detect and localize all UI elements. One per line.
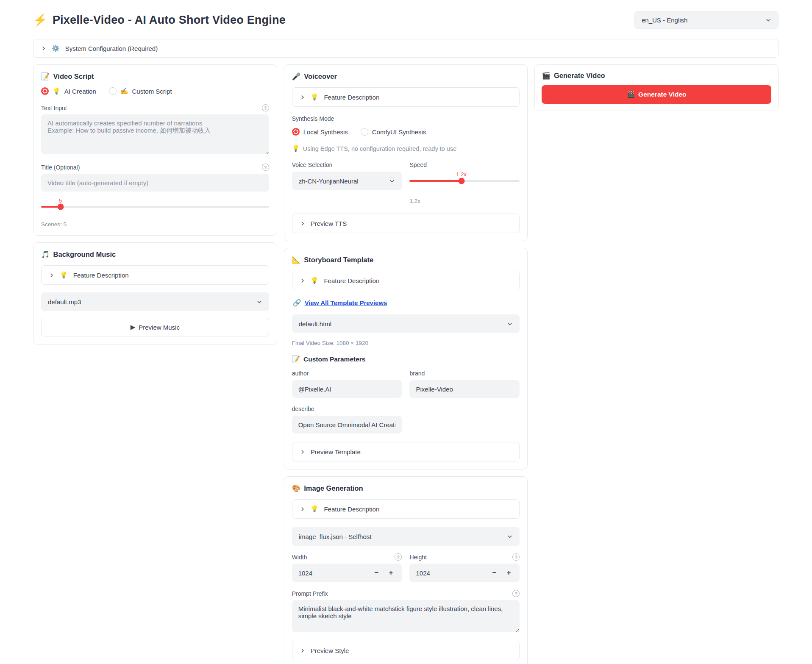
radio-custom-script-label: Custom Script bbox=[132, 88, 172, 95]
storyboard-feature-description-label: Feature Description bbox=[324, 277, 379, 284]
width-decrement-button[interactable]: − bbox=[372, 569, 381, 577]
author-input[interactable] bbox=[292, 380, 402, 398]
video-script-title-text: Video Script bbox=[53, 72, 94, 81]
height-stepper: 1024 − + bbox=[409, 564, 520, 582]
describe-label: describe bbox=[292, 406, 402, 412]
bulb-icon: 💡 bbox=[311, 277, 319, 284]
generate-video-title: 🎬 Generate Video bbox=[542, 72, 771, 80]
width-value[interactable]: 1024 bbox=[298, 570, 372, 577]
help-icon[interactable]: ? bbox=[395, 553, 402, 561]
preview-tts-accordion[interactable]: Preview TTS bbox=[292, 214, 520, 233]
height-increment-button[interactable]: + bbox=[504, 569, 513, 577]
bulb-icon: 💡 bbox=[311, 505, 319, 513]
voiceover-title: 🎤 Voiceover bbox=[292, 72, 520, 81]
preview-style-accordion[interactable]: Preview Style bbox=[292, 641, 520, 660]
template-dropdown[interactable]: default.html bbox=[292, 314, 520, 333]
preview-tts-label: Preview TTS bbox=[311, 220, 347, 227]
voiceover-feature-description-accordion[interactable]: 💡 Feature Description bbox=[292, 87, 520, 107]
speed-slider-wrap: 1.2x bbox=[409, 172, 520, 190]
scenes-slider-thumb[interactable] bbox=[57, 204, 64, 210]
voiceover-card: 🎤 Voiceover 💡 Feature Description Synthe… bbox=[284, 64, 528, 241]
help-icon[interactable]: ? bbox=[512, 553, 520, 561]
music-note-icon: 🎵 bbox=[41, 250, 50, 258]
radio-local-synthesis[interactable]: Local Synthesis bbox=[292, 128, 348, 136]
tts-tip-text: Using Edge TTS, no configuration require… bbox=[303, 145, 456, 152]
image-feature-description-accordion[interactable]: 💡 Feature Description bbox=[292, 499, 520, 519]
voiceover-title-text: Voiceover bbox=[304, 72, 337, 81]
prompt-prefix-textarea[interactable] bbox=[292, 600, 520, 632]
radio-comfyui-synthesis-label: ComfyUI Synthesis bbox=[372, 128, 426, 136]
image-feature-description-label: Feature Description bbox=[324, 506, 379, 513]
column-left: 📝 Video Script 💡 AI Creation ✍️ Custom S… bbox=[33, 64, 277, 345]
radio-local-synthesis-label: Local Synthesis bbox=[303, 128, 348, 136]
help-icon[interactable]: ? bbox=[262, 104, 269, 111]
scenes-caption: Scenes: 5 bbox=[41, 221, 269, 228]
radio-comfyui-synthesis[interactable]: ComfyUI Synthesis bbox=[361, 128, 426, 136]
width-increment-button[interactable]: + bbox=[387, 569, 396, 577]
music-feature-description-accordion[interactable]: 💡 Feature Description bbox=[41, 265, 269, 285]
prompt-prefix-label: Prompt Prefix bbox=[292, 590, 328, 597]
bulb-icon: 💡 bbox=[60, 271, 68, 279]
height-value[interactable]: 1024 bbox=[416, 570, 489, 577]
microphone-icon: 🎤 bbox=[292, 72, 301, 81]
bulb-icon: 💡 bbox=[53, 87, 61, 95]
speed-slider-value: 1.2x bbox=[456, 171, 467, 178]
preview-music-label: Preview Music bbox=[139, 324, 180, 331]
text-input-textarea[interactable] bbox=[41, 114, 269, 154]
preview-music-button[interactable]: ▶ Preview Music bbox=[41, 318, 269, 336]
image-workflow-dropdown[interactable]: image_flux.json - Selfhost bbox=[292, 527, 520, 546]
image-generation-title-text: Image Generation bbox=[304, 484, 363, 492]
chevron-down-icon bbox=[507, 533, 513, 539]
image-generation-card: 🎨 Image Generation 💡 Feature Description… bbox=[284, 476, 528, 664]
title-optional-label: Title (Optional) bbox=[41, 164, 80, 171]
describe-input[interactable] bbox=[292, 416, 402, 433]
view-all-template-previews-link[interactable]: View All Template Previews bbox=[305, 299, 387, 306]
storyboard-feature-description-accordion[interactable]: 💡 Feature Description bbox=[292, 271, 520, 290]
language-select[interactable]: en_US - English bbox=[634, 11, 779, 29]
radio-ai-creation[interactable]: 💡 AI Creation bbox=[41, 87, 96, 95]
video-title-input[interactable] bbox=[41, 174, 269, 192]
speed-slider-thumb[interactable] bbox=[458, 178, 464, 184]
storyboard-template-card: 📐 Storyboard Template 💡 Feature Descript… bbox=[284, 248, 528, 470]
scenes-slider-value: 5 bbox=[59, 197, 62, 204]
language-select-value: en_US - English bbox=[642, 17, 687, 24]
radio-unselected-icon bbox=[109, 87, 117, 95]
scenes-slider-wrap: 5 bbox=[41, 206, 269, 208]
brand-input[interactable] bbox=[409, 380, 520, 398]
page-title: ⚡ Pixelle-Video - AI Auto Short Video En… bbox=[33, 13, 286, 27]
scenes-slider[interactable] bbox=[41, 206, 269, 208]
radio-selected-icon bbox=[292, 128, 300, 136]
radio-custom-script[interactable]: ✍️ Custom Script bbox=[109, 87, 172, 95]
help-icon[interactable]: ? bbox=[262, 164, 269, 171]
image-workflow-dropdown-value: image_flux.json - Selfhost bbox=[299, 533, 372, 540]
custom-parameters-title-text: Custom Parameters bbox=[303, 356, 365, 363]
custom-parameters-title: 📝 Custom Parameters bbox=[292, 356, 520, 363]
radio-unselected-icon bbox=[361, 128, 368, 136]
background-music-title: 🎵 Background Music bbox=[41, 250, 269, 258]
tts-tip: 💡 Using Edge TTS, no configuration requi… bbox=[292, 145, 520, 152]
storyboard-title-text: Storyboard Template bbox=[304, 256, 373, 264]
width-label: Width bbox=[292, 554, 307, 561]
image-generation-title: 🎨 Image Generation bbox=[292, 484, 520, 492]
speed-label: Speed bbox=[409, 161, 520, 168]
chevron-down-icon bbox=[507, 321, 513, 327]
music-dropdown[interactable]: default.mp3 bbox=[41, 292, 269, 311]
chevron-right-icon bbox=[300, 278, 305, 283]
generate-video-card: 🎬 Generate Video 🎬 Generate Video bbox=[534, 64, 779, 111]
brand-label: brand bbox=[409, 370, 520, 377]
help-icon[interactable]: ? bbox=[512, 590, 520, 597]
generate-video-button[interactable]: 🎬 Generate Video bbox=[542, 85, 771, 104]
voice-selection-value: zh-CN-YunjianNeural bbox=[299, 178, 359, 185]
gear-icon: ⚙️ bbox=[52, 44, 60, 52]
speed-slider[interactable] bbox=[409, 180, 520, 182]
preview-template-accordion[interactable]: Preview Template bbox=[292, 442, 520, 461]
topbar: ⚡ Pixelle-Video - AI Auto Short Video En… bbox=[33, 11, 779, 29]
voice-selection-label: Voice Selection bbox=[292, 161, 402, 168]
chevron-down-icon bbox=[765, 17, 771, 23]
height-decrement-button[interactable]: − bbox=[489, 569, 499, 577]
chevron-right-icon bbox=[300, 94, 305, 100]
system-configuration-accordion[interactable]: ⚙️ System Configuration (Required) bbox=[33, 39, 779, 58]
author-label: author bbox=[292, 370, 402, 377]
chevron-right-icon bbox=[49, 272, 54, 278]
voice-selection-dropdown[interactable]: zh-CN-YunjianNeural bbox=[292, 172, 402, 190]
